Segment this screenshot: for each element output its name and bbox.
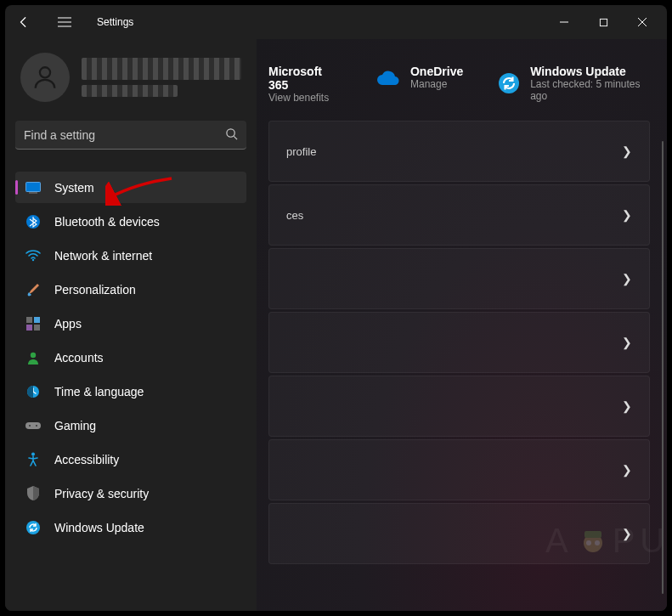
status-subtitle: Last checked: 5 minutes ago — [530, 78, 655, 102]
gamepad-icon — [25, 418, 41, 433]
wifi-icon — [25, 248, 41, 263]
svg-rect-8 — [34, 317, 40, 323]
svg-rect-13 — [25, 422, 41, 429]
status-subtitle: View benefits — [268, 92, 342, 104]
status-card-onedrive[interactable]: OneDrive Manage — [376, 65, 463, 90]
sidebar: System Bluetooth & devices Network & int… — [5, 39, 257, 611]
sidebar-item-label: Accounts — [54, 351, 104, 365]
menu-button[interactable] — [51, 8, 78, 36]
svg-point-17 — [26, 521, 40, 534]
sidebar-item-label: Gaming — [54, 419, 96, 432]
sidebar-item-personalization[interactable]: Personalization — [15, 274, 246, 305]
list-item[interactable]: ❯ — [268, 312, 650, 373]
accessibility-icon — [25, 452, 41, 467]
status-title: Microsoft 365 — [268, 65, 342, 92]
svg-rect-4 — [29, 192, 37, 193]
search-box[interactable] — [15, 121, 246, 150]
sidebar-item-accessibility[interactable]: Accessibility — [15, 444, 246, 475]
sidebar-item-gaming[interactable]: Gaming — [15, 410, 246, 441]
shield-icon — [25, 486, 41, 501]
sidebar-nav: System Bluetooth & devices Network & int… — [15, 172, 246, 543]
maximize-button[interactable] — [584, 8, 623, 36]
profile-name — [82, 58, 241, 97]
watermark: A PUALS — [545, 522, 667, 560]
chevron-right-icon: ❯ — [622, 208, 632, 222]
list-item[interactable]: profile ❯ — [268, 121, 650, 182]
main-content: Microsoft 365 View benefits OneDrive Man… — [257, 39, 667, 611]
top-status-row: Microsoft 365 View benefits OneDrive Man… — [268, 65, 655, 104]
sidebar-item-label: Time & language — [54, 385, 144, 398]
svg-point-2 — [227, 128, 234, 136]
sidebar-item-network[interactable]: Network & internet — [15, 240, 246, 271]
status-title: Windows Update — [530, 65, 655, 78]
window-title: Settings — [97, 16, 133, 28]
sidebar-item-label: Apps — [54, 317, 82, 331]
close-button[interactable] — [623, 8, 662, 36]
list-item[interactable]: ❯ — [268, 439, 650, 500]
sidebar-item-label: Windows Update — [54, 521, 144, 534]
watermark-icon — [575, 523, 611, 559]
svg-point-1 — [40, 67, 50, 77]
search-icon — [225, 127, 238, 143]
profile-section[interactable] — [15, 39, 246, 117]
settings-list: profile ❯ ces ❯ ❯ ❯ ❯ — [268, 121, 650, 564]
sidebar-item-label: Accessibility — [54, 453, 119, 466]
svg-point-6 — [32, 258, 34, 260]
onedrive-icon — [376, 65, 400, 89]
sidebar-item-label: System — [54, 181, 94, 195]
sidebar-item-label: Personalization — [54, 283, 136, 297]
status-card-ms365[interactable]: Microsoft 365 View benefits — [268, 65, 342, 104]
status-title: OneDrive — [410, 65, 463, 78]
list-item-label: profile — [286, 145, 622, 158]
svg-rect-9 — [26, 325, 32, 331]
svg-rect-20 — [584, 531, 601, 538]
svg-rect-0 — [600, 19, 607, 25]
accounts-icon — [25, 350, 41, 365]
list-item[interactable]: ❯ — [268, 376, 650, 437]
sidebar-item-system[interactable]: System — [15, 172, 246, 203]
chevron-right-icon: ❯ — [622, 272, 632, 285]
sidebar-item-privacy[interactable]: Privacy & security — [15, 478, 246, 509]
svg-point-22 — [595, 540, 600, 545]
settings-window: Settings — [5, 5, 667, 611]
svg-point-16 — [31, 452, 35, 455]
bluetooth-icon — [25, 214, 41, 229]
chevron-right-icon: ❯ — [622, 336, 632, 349]
avatar — [20, 53, 70, 102]
brush-icon — [25, 282, 41, 297]
chevron-right-icon: ❯ — [622, 399, 632, 413]
svg-point-15 — [36, 425, 37, 427]
sidebar-item-windows-update[interactable]: Windows Update — [15, 511, 246, 543]
search-input[interactable] — [24, 128, 225, 142]
list-item[interactable]: ces ❯ — [268, 184, 650, 246]
sidebar-item-label: Network & internet — [54, 249, 152, 263]
sidebar-item-label: Bluetooth & devices — [54, 215, 160, 229]
titlebar: Settings — [5, 5, 667, 39]
minimize-button[interactable] — [545, 8, 584, 36]
sidebar-item-bluetooth[interactable]: Bluetooth & devices — [15, 206, 246, 237]
svg-point-14 — [29, 425, 31, 427]
svg-point-21 — [586, 540, 591, 545]
sidebar-item-apps[interactable]: Apps — [15, 308, 246, 339]
chevron-right-icon: ❯ — [622, 463, 632, 477]
svg-rect-3 — [26, 182, 41, 191]
list-item[interactable]: ❯ — [268, 248, 650, 309]
chevron-right-icon: ❯ — [622, 144, 632, 158]
update-status-icon — [497, 71, 520, 95]
apps-icon — [25, 316, 41, 331]
status-card-update[interactable]: Windows Update Last checked: 5 minutes a… — [497, 65, 655, 102]
clock-icon — [25, 384, 41, 399]
sidebar-item-label: Privacy & security — [54, 487, 149, 500]
system-icon — [25, 180, 41, 195]
svg-point-11 — [31, 352, 36, 357]
svg-point-18 — [499, 73, 519, 93]
update-icon — [25, 520, 41, 535]
list-item-label: ces — [286, 209, 622, 222]
status-subtitle: Manage — [410, 78, 463, 90]
sidebar-item-accounts[interactable]: Accounts — [15, 342, 246, 373]
svg-rect-10 — [34, 325, 40, 331]
svg-rect-7 — [26, 317, 32, 323]
sidebar-item-time-language[interactable]: Time & language — [15, 376, 246, 407]
back-button[interactable] — [10, 8, 37, 36]
